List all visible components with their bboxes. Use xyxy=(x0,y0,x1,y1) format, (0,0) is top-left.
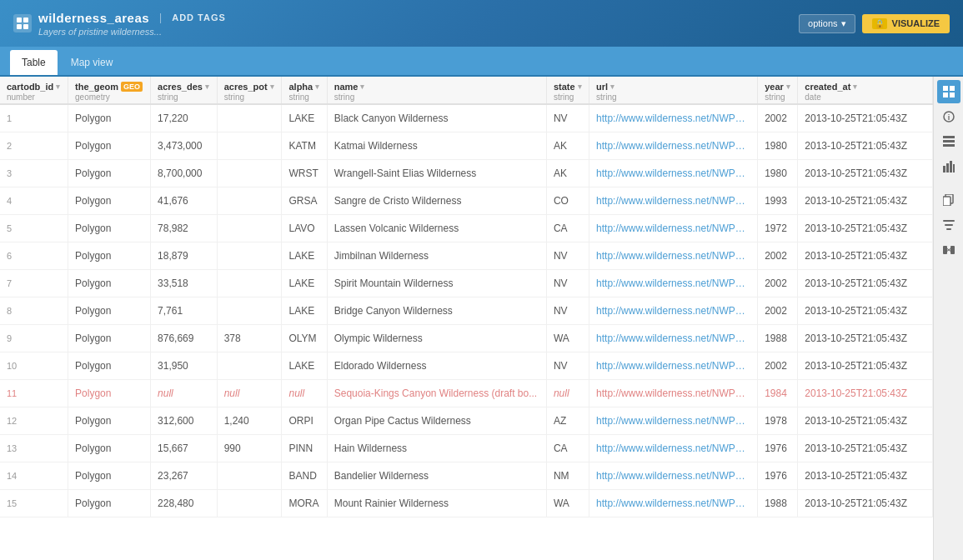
sort-icon: ▾ xyxy=(205,82,209,91)
svg-text:i: i xyxy=(947,113,950,122)
table-row: 9Polygon876,669378OLYMOlympic Wilderness… xyxy=(0,325,933,352)
header-left: wilderness_areas | ADD TAGS Layers of pr… xyxy=(13,11,226,37)
sidebar-grid-button[interactable] xyxy=(937,80,960,103)
table-row: 2Polygon3,473,000KATMKatmai WildernessAK… xyxy=(0,132,933,160)
svg-rect-16 xyxy=(953,164,955,172)
svg-rect-19 xyxy=(943,220,955,222)
sort-icon: ▾ xyxy=(610,82,614,91)
table-row: 7Polygon33,518LAKESpirit Mountain Wilder… xyxy=(0,270,933,298)
table-row: 3Polygon8,700,000WRSTWrangell-Saint Elia… xyxy=(0,160,933,188)
col-header-state[interactable]: state ▾ string xyxy=(546,77,589,104)
table-row: 12Polygon312,6001,240ORPIOrgan Pipe Cact… xyxy=(0,408,933,435)
svg-rect-1 xyxy=(23,18,28,22)
svg-rect-12 xyxy=(943,144,955,147)
header-divider: | xyxy=(159,12,162,23)
header: wilderness_areas | ADD TAGS Layers of pr… xyxy=(0,0,963,47)
svg-rect-2 xyxy=(17,24,22,29)
dataset-title: wilderness_areas xyxy=(38,11,149,25)
table-area[interactable]: cartodb_id ▾ number the_geom GEO geometr… xyxy=(0,77,933,560)
sidebar-copy-button[interactable] xyxy=(937,188,960,212)
table-icon xyxy=(13,14,32,32)
col-header-name[interactable]: name ▾ string xyxy=(327,77,546,104)
table-header: cartodb_id ▾ number the_geom GEO geometr… xyxy=(0,77,933,104)
col-header-url[interactable]: url ▾ string xyxy=(589,77,758,104)
svg-rect-18 xyxy=(943,197,950,206)
col-header-acres-des[interactable]: acres_des ▾ string xyxy=(151,77,218,104)
sidebar-table-button[interactable] xyxy=(937,130,960,153)
tab-table[interactable]: Table xyxy=(10,50,58,75)
sidebar-merge-button[interactable]: ⋈ xyxy=(937,238,960,262)
lock-icon: 🔒 xyxy=(872,18,887,29)
table-row: 5Polygon78,982LAVOLassen Volcanic Wilder… xyxy=(0,215,933,242)
sidebar-info-button[interactable]: i xyxy=(937,105,960,128)
col-header-acres-pot[interactable]: acres_pot ▾ string xyxy=(217,77,282,104)
col-header-year[interactable]: year ▾ string xyxy=(758,77,798,104)
header-title-block: wilderness_areas | ADD TAGS Layers of pr… xyxy=(38,11,226,37)
table-row: 10Polygon31,950LAKEEldorado WildernessNV… xyxy=(0,352,933,380)
svg-rect-6 xyxy=(943,92,948,98)
table-row: 4Polygon41,676GRSASangre de Cristo Wilde… xyxy=(0,188,933,215)
header-subtitle: Layers of pristine wilderness... xyxy=(38,27,226,37)
table-row: 8Polygon7,761LAKEBridge Canyon Wildernes… xyxy=(0,298,933,325)
svg-rect-11 xyxy=(943,140,955,142)
sort-icon: ▾ xyxy=(360,82,364,91)
table-body: 1Polygon17,220LAKEBlack Canyon Wildernes… xyxy=(0,104,933,518)
sort-icon: ▾ xyxy=(56,82,60,91)
sort-icon: ▾ xyxy=(315,82,319,91)
data-table: cartodb_id ▾ number the_geom GEO geometr… xyxy=(0,77,933,518)
svg-rect-14 xyxy=(946,163,949,172)
col-header-created-at[interactable]: created_at ▾ date xyxy=(798,77,933,104)
svg-rect-10 xyxy=(943,136,955,138)
visualize-label: VISUALIZE xyxy=(892,18,940,28)
table-row: 14Polygon23,267BANDBandelier WildernessN… xyxy=(0,462,933,490)
col-header-cartodb-id[interactable]: cartodb_id ▾ number xyxy=(0,77,68,104)
svg-rect-20 xyxy=(945,224,953,226)
visualize-button[interactable]: 🔒 VISUALIZE xyxy=(862,14,950,33)
tab-map[interactable]: Map view xyxy=(59,50,125,75)
sidebar-list-button[interactable] xyxy=(937,213,960,237)
svg-rect-0 xyxy=(17,18,22,22)
sort-icon: ▾ xyxy=(853,82,857,91)
table-row: 13Polygon15,667990PINNHain WildernessCAh… xyxy=(0,435,933,462)
svg-rect-5 xyxy=(950,86,955,91)
svg-rect-4 xyxy=(943,86,948,91)
options-arrow: ▾ xyxy=(841,18,846,29)
svg-rect-21 xyxy=(946,228,951,230)
header-right: options ▾ 🔒 VISUALIZE xyxy=(799,14,950,33)
svg-rect-3 xyxy=(23,24,28,29)
table-row: 15Polygon228,480MORAMount Rainier Wilder… xyxy=(0,490,933,518)
svg-rect-13 xyxy=(943,166,945,172)
options-label: options xyxy=(808,18,837,28)
sidebar-chart-button[interactable] xyxy=(937,155,960,178)
svg-rect-15 xyxy=(950,161,952,172)
table-row: 11PolygonnullnullnullSequoia-Kings Canyo… xyxy=(0,380,933,408)
sort-icon: ▾ xyxy=(270,82,274,91)
sort-icon: ▾ xyxy=(578,82,582,91)
table-row: 6Polygon18,879LAKEJimbilnan WildernessNV… xyxy=(0,242,933,270)
sort-icon: ▾ xyxy=(786,82,790,91)
geo-badge: GEO xyxy=(121,82,143,92)
col-header-the-geom[interactable]: the_geom GEO geometry xyxy=(68,77,151,104)
svg-text:⋈: ⋈ xyxy=(945,245,953,254)
tab-bar: Table Map view xyxy=(0,47,963,77)
col-header-alpha[interactable]: alpha ▾ string xyxy=(282,77,327,104)
add-tags-button[interactable]: ADD TAGS xyxy=(172,12,226,22)
table-row: 1Polygon17,220LAKEBlack Canyon Wildernes… xyxy=(0,104,933,132)
main-content: cartodb_id ▾ number the_geom GEO geometr… xyxy=(0,77,963,560)
right-sidebar: i xyxy=(933,77,963,560)
options-button[interactable]: options ▾ xyxy=(799,14,855,33)
svg-rect-7 xyxy=(950,92,955,98)
